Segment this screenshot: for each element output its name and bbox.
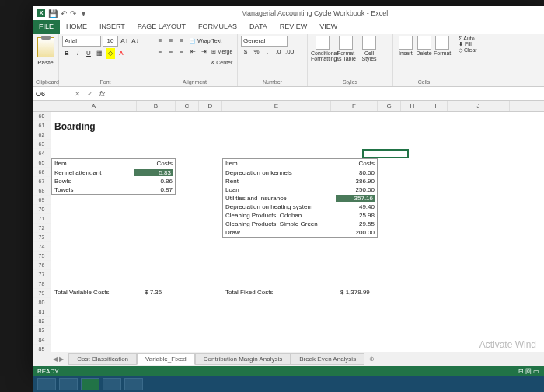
comma-icon[interactable]: , <box>263 47 272 57</box>
percent-icon[interactable]: % <box>252 47 261 57</box>
underline-button[interactable]: U <box>84 48 93 59</box>
format-cells-button[interactable]: Format <box>433 36 452 56</box>
name-box[interactable]: O6 <box>33 90 71 98</box>
align-center-icon[interactable]: ≡ <box>166 47 176 57</box>
align-bot-icon[interactable]: ≡ <box>177 36 187 47</box>
font-color-icon[interactable]: A <box>117 48 126 59</box>
align-top-icon[interactable]: ≡ <box>155 36 165 47</box>
inc-dec-icon[interactable]: .0 <box>274 47 283 57</box>
cancel-formula-icon[interactable]: ✕ <box>71 90 84 98</box>
taskbar-app[interactable] <box>81 378 99 390</box>
indent-inc-icon[interactable]: ⇥ <box>199 47 208 57</box>
title-bar: X 💾 ↶ ↷ ‎ ▾ Managerial Accounting Cycle … <box>33 6 544 20</box>
status-bar: READY ⊞ 回 ▭ <box>33 366 544 376</box>
align-mid-icon[interactable]: ≡ <box>166 36 176 47</box>
tab-home[interactable]: HOME <box>60 20 93 34</box>
variable-costs-table: ItemCosts Kennel attendant5.83Bowls0.86T… <box>51 158 176 195</box>
paste-label: Paste <box>36 59 55 66</box>
save-icon[interactable]: 💾 <box>48 9 58 18</box>
taskbar-app[interactable] <box>59 378 78 390</box>
activate-watermark: Activate Wind <box>479 339 536 350</box>
taskbar-app[interactable] <box>124 378 143 390</box>
windows-taskbar <box>33 376 544 392</box>
font-name-select[interactable]: Arial <box>62 36 101 47</box>
dec-dec-icon[interactable]: .00 <box>284 47 295 57</box>
clear-button[interactable]: ◇ Clear <box>459 47 483 54</box>
undo-icon[interactable]: ↶ <box>61 9 67 18</box>
format-table-button[interactable]: Format as Table <box>334 36 357 61</box>
new-sheet-icon[interactable]: ⊕ <box>364 356 379 363</box>
total-fixed-value: $ 1,378.99 <box>340 289 370 296</box>
total-fixed-label: Total Fixed Costs <box>225 289 273 296</box>
taskbar-app[interactable] <box>103 378 121 390</box>
fixed-costs-table: ItemCosts Depreciation on kennels80.00Re… <box>222 158 378 238</box>
sheet-tabs: ◀ ▶ Cost Classification Variable_Fixed C… <box>33 352 544 366</box>
fx-icon[interactable]: fx <box>96 90 108 98</box>
total-variable-value: $ 7.36 <box>145 289 162 296</box>
number-format-select[interactable]: General <box>241 36 288 47</box>
wrap-text-button[interactable]: 📄 Wrap Text <box>188 36 222 47</box>
indent-dec-icon[interactable]: ⇤ <box>188 47 197 57</box>
taskbar-app[interactable] <box>37 378 56 390</box>
currency-icon[interactable]: $ <box>241 47 250 57</box>
delete-cells-button[interactable]: Delete <box>415 36 434 56</box>
italic-button[interactable]: I <box>73 48 82 59</box>
paste-icon[interactable] <box>37 37 54 57</box>
autosum-button[interactable]: Σ Auto <box>459 36 483 41</box>
tab-pagelayout[interactable]: PAGE LAYOUT <box>131 20 192 34</box>
redo-icon[interactable]: ↷ <box>70 9 76 18</box>
enter-formula-icon[interactable]: ✓ <box>84 90 96 98</box>
selected-cell <box>362 149 409 158</box>
merge-button[interactable]: ⊞ Merge & Center <box>210 47 234 57</box>
align-left-icon[interactable]: ≡ <box>155 47 165 57</box>
grow-font-icon[interactable]: A↑ <box>120 36 129 47</box>
ribbon-tabs: FILE HOME INSERT PAGE LAYOUT FORMULAS DA… <box>33 20 544 34</box>
insert-cells-button[interactable]: Insert <box>396 36 415 56</box>
tab-review[interactable]: REVIEW <box>274 20 314 34</box>
bold-button[interactable]: B <box>62 48 71 59</box>
sheet-tab-contribution-margin[interactable]: Contribution Margin Analysis <box>195 353 291 365</box>
excel-icon: X <box>37 9 45 17</box>
tab-formulas[interactable]: FORMULAS <box>192 20 243 34</box>
tab-file[interactable]: FILE <box>33 20 60 34</box>
tab-insert[interactable]: INSERT <box>93 20 131 34</box>
tab-data[interactable]: DATA <box>243 20 274 34</box>
fill-button[interactable]: ⬇ Fill <box>459 41 483 47</box>
font-size-select[interactable]: 10 <box>103 36 118 47</box>
sheet-tab-cost-classification[interactable]: Cost Classification <box>68 353 137 365</box>
ribbon: Paste Clipboard Arial 10 A↑ A↓ B I U ▦ ◇… <box>33 34 544 87</box>
cell-styles-button[interactable]: Cell Styles <box>357 36 381 61</box>
section-title: Boarding <box>54 121 96 132</box>
border-icon[interactable]: ▦ <box>95 48 104 59</box>
fill-color-icon[interactable]: ◇ <box>106 48 115 59</box>
status-text: READY <box>37 368 59 375</box>
sheet-tab-variable-fixed[interactable]: Variable_Fixed <box>137 353 195 365</box>
align-right-icon[interactable]: ≡ <box>177 47 187 57</box>
total-variable-label: Total Variable Costs <box>54 289 110 296</box>
shrink-font-icon[interactable]: A↓ <box>131 36 140 47</box>
tab-view[interactable]: VIEW <box>313 20 343 34</box>
spreadsheet-grid[interactable]: ABCDEFGHIJ 60616263646566676869707172737… <box>33 101 544 352</box>
conditional-formatting-button[interactable]: Conditional Formatting <box>311 36 334 61</box>
window-title: Managerial Accounting Cycle Workbook - E… <box>85 9 544 17</box>
sheet-tab-break-even[interactable]: Break Even Analysis <box>291 353 364 365</box>
view-controls[interactable]: ⊞ 回 ▭ <box>518 367 539 376</box>
